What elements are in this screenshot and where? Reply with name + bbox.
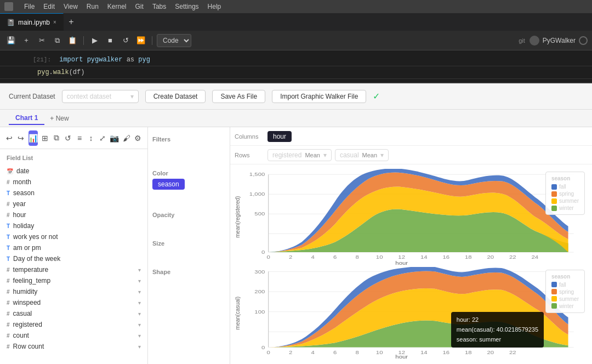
table-btn[interactable]: ⊞: [41, 130, 49, 146]
rows-shelf: Rows registered Mean ▾ casual Mean ▾: [230, 146, 592, 164]
expand-btn[interactable]: ⤢: [98, 130, 106, 146]
dataset-select-dropdown[interactable]: context dataset ▾: [62, 90, 139, 103]
chart-tab-1[interactable]: Chart 1: [9, 112, 44, 125]
field-casual[interactable]: # casual ▾: [4, 308, 143, 319]
tooltip-casual-label: mean(casual):: [457, 326, 495, 333]
num-icon-temp: #: [7, 267, 10, 273]
git-label: git: [519, 37, 525, 44]
chart-type-btn[interactable]: 📊: [29, 130, 38, 146]
field-rowcount-label: Row count: [13, 343, 44, 350]
menu-run[interactable]: Run: [87, 3, 99, 10]
sort-btn[interactable]: ↕: [87, 130, 95, 146]
tooltip-casual: mean(casual): 40.0218579235: [457, 325, 538, 335]
color-value-tag[interactable]: season: [152, 179, 185, 190]
redo-btn[interactable]: ↪: [17, 130, 25, 146]
tooltip-season: season: summer: [457, 335, 538, 345]
chevron-rows-cas: ▾: [380, 151, 384, 159]
field-feeling-temp[interactable]: # feeling_temp ▾: [4, 275, 143, 286]
chart2-y-label: mean(casual): [235, 267, 241, 359]
field-day-of-week[interactable]: T Day of the week: [4, 253, 143, 264]
menu-tabs[interactable]: Tabs: [152, 3, 166, 10]
restart-btn[interactable]: ↺: [119, 34, 132, 47]
field-work-yes-or-not[interactable]: T work yes or not: [4, 231, 143, 242]
create-dataset-btn[interactable]: Create Dataset: [145, 90, 206, 103]
camera-btn[interactable]: 📷: [110, 130, 119, 146]
tooltip-season-label: season:: [457, 336, 478, 343]
chart-right-panel: Columns hour Rows registered Mean ▾ casu…: [230, 127, 592, 364]
menu-git[interactable]: Git: [135, 3, 144, 10]
legend2-fall-color: [551, 282, 557, 287]
num-icon-month: #: [7, 179, 10, 185]
str-icon-holiday: T: [7, 223, 10, 229]
num-icon-rowcount: #: [7, 344, 10, 350]
cut-btn[interactable]: ✂: [35, 34, 48, 47]
field-date[interactable]: 📅 date: [4, 166, 143, 177]
save-as-file-btn[interactable]: Save As File: [212, 90, 265, 103]
menu-kernel[interactable]: Kernel: [107, 3, 127, 10]
field-year[interactable]: # year: [4, 198, 143, 209]
menu-help[interactable]: Help: [208, 3, 221, 10]
filter-btn[interactable]: ≡: [76, 130, 84, 146]
field-wind-label: winspeed: [13, 299, 41, 306]
copy-btn[interactable]: ⧉: [50, 34, 64, 47]
legend1-spring: spring: [551, 191, 579, 197]
field-month[interactable]: # month: [4, 177, 143, 187]
field-am-pm[interactable]: T am or pm: [4, 242, 143, 253]
field-hour[interactable]: # hour: [4, 209, 143, 220]
add-cell-btn[interactable]: +: [20, 34, 33, 47]
pygwalker-label: PyGWalker: [543, 37, 576, 44]
field-humidity[interactable]: # humidity ▾: [4, 286, 143, 297]
num-icon-humidity: #: [7, 289, 10, 295]
tab-close-btn[interactable]: ×: [53, 19, 56, 25]
svg-text:300: 300: [254, 269, 265, 274]
field-count[interactable]: # count ▾: [4, 330, 143, 341]
code-line-1: [21]: import pygwalker as pyg: [0, 54, 592, 66]
paste-btn[interactable]: 📋: [66, 34, 79, 47]
svg-text:0: 0: [266, 350, 270, 355]
rows-item-registered[interactable]: registered Mean ▾: [267, 149, 332, 161]
save-btn[interactable]: 💾: [4, 34, 18, 47]
svg-text:4: 4: [311, 350, 315, 355]
svg-text:1,500: 1,500: [249, 172, 265, 177]
opacity-label: Opacity: [152, 212, 225, 218]
columns-pill-hour[interactable]: hour: [267, 131, 292, 142]
field-registered[interactable]: # registered ▾: [4, 319, 143, 330]
field-winspeed[interactable]: # winspeed ▾: [4, 297, 143, 308]
svg-text:12: 12: [398, 254, 405, 260]
chart-container: mean(registered) 1,500: [230, 164, 592, 364]
chevron-casual: ▾: [138, 311, 141, 317]
svg-text:2: 2: [289, 350, 293, 355]
brush-btn[interactable]: 🖌: [122, 130, 130, 146]
menu-file[interactable]: File: [24, 3, 35, 10]
run-btn[interactable]: ▶: [88, 34, 101, 47]
num-icon-feeltemp: #: [7, 278, 10, 284]
tab-main-ipynb[interactable]: 📓 main.ipynb ×: [0, 13, 64, 31]
legend1-summer-label: summer: [559, 198, 579, 204]
menu-bar: File Edit View Run Kernel Git Tabs Setti…: [0, 0, 592, 13]
field-holiday[interactable]: T holiday: [4, 220, 143, 231]
import-graphic-walker-btn[interactable]: Import Graphic Walker File: [272, 90, 366, 103]
new-chart-btn[interactable]: + New: [44, 112, 74, 124]
settings-gear-btn[interactable]: ⚙: [134, 130, 142, 146]
field-season[interactable]: T season: [4, 187, 143, 198]
shape-label: Shape: [152, 269, 225, 275]
layers-btn[interactable]: ⧉: [53, 130, 61, 146]
menu-view[interactable]: View: [64, 3, 78, 10]
field-row-count[interactable]: # Row count ▾: [4, 341, 143, 352]
pygwalker-circle: [579, 36, 588, 45]
menu-settings[interactable]: Settings: [175, 3, 198, 10]
undo-btn[interactable]: ↩: [5, 130, 14, 146]
new-tab-btn[interactable]: +: [64, 14, 79, 30]
rows-item-casual[interactable]: casual Mean ▾: [335, 149, 389, 161]
chevron-down-icon: ▾: [130, 93, 134, 100]
cell-type-select[interactable]: Code: [157, 34, 191, 47]
field-temperature[interactable]: # temperature ▾: [4, 264, 143, 275]
stop-btn[interactable]: ■: [104, 34, 117, 47]
svg-text:10: 10: [376, 254, 383, 260]
menu-edit[interactable]: Edit: [43, 3, 55, 10]
restart-run-btn[interactable]: ⏩: [134, 34, 147, 47]
field-casual-label: casual: [13, 310, 32, 317]
field-work-label: work yes or not: [13, 233, 58, 241]
refresh-btn[interactable]: ↺: [64, 130, 72, 146]
legend1-fall: fall: [551, 184, 579, 190]
